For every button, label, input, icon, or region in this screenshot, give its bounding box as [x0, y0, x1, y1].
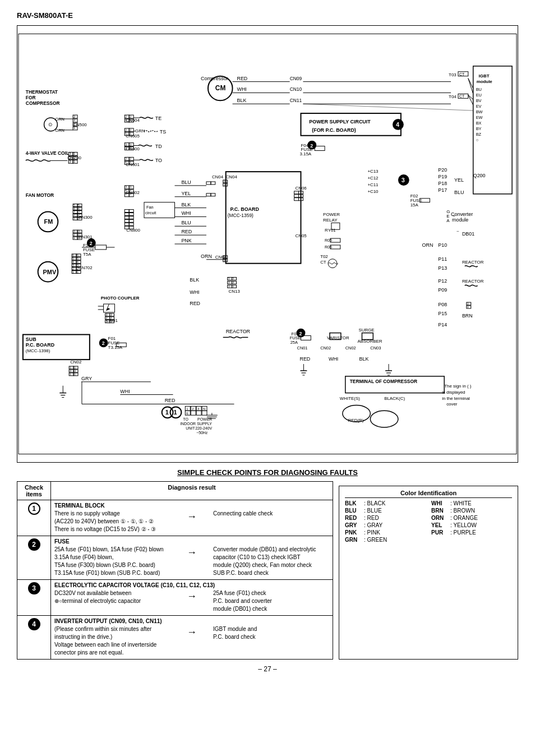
svg-text:TD: TD — [155, 144, 162, 149]
svg-text:GRN: GRN — [135, 128, 145, 133]
svg-rect-107 — [104, 304, 115, 312]
svg-text:4-WAY VALVE COIL: 4-WAY VALVE COIL — [26, 150, 69, 156]
svg-rect-332 — [294, 191, 299, 194]
svg-text:3: 3 — [78, 230, 80, 233]
svg-text:1: 1 — [467, 306, 469, 308]
svg-line-219 — [468, 79, 473, 94]
svg-text:3: 3 — [106, 314, 108, 316]
svg-text:CN03: CN03 — [370, 345, 381, 351]
svg-text:2: 2 — [72, 268, 74, 270]
svg-text:RY01: RY01 — [325, 228, 336, 233]
svg-text:CN02: CN02 — [320, 345, 331, 351]
svg-text:CT: CT — [459, 94, 465, 98]
svg-text:4: 4 — [77, 261, 79, 264]
page-number: – 27 – — [17, 665, 518, 673]
svg-text:E: E — [186, 412, 188, 415]
svg-text:VARISTOR: VARISTOR — [327, 335, 349, 340]
svg-rect-312 — [124, 213, 129, 215]
svg-text:5: 5 — [228, 277, 230, 280]
svg-text:1: 1 — [186, 407, 188, 411]
svg-text:TE: TE — [155, 116, 162, 121]
svg-text:3: 3 — [125, 144, 127, 146]
svg-point-448 — [370, 411, 398, 427]
svg-rect-311 — [124, 210, 129, 213]
svg-line-221 — [468, 95, 473, 105]
svg-text:FAN MOTOR: FAN MOTOR — [26, 192, 54, 198]
color-id-title: Color Identification — [345, 490, 512, 498]
svg-text:is displayed: is displayed — [442, 390, 465, 395]
svg-text:IGBT: IGBT — [479, 73, 490, 79]
svg-text:+C10: +C10 — [367, 189, 379, 194]
svg-rect-319 — [129, 216, 133, 219]
svg-text:DB01: DB01 — [462, 231, 474, 237]
svg-text:2: 2 — [73, 233, 75, 236]
svg-text:FOR: FOR — [26, 95, 36, 100]
color-item-ORN: ORN: ORANGE — [431, 515, 512, 521]
svg-text:A: A — [446, 218, 450, 223]
check-num-badge-2: 2 — [28, 538, 40, 551]
svg-text:BY: BY — [476, 126, 482, 131]
svg-text:3: 3 — [77, 264, 79, 267]
svg-text:(MCC-1359): (MCC-1359) — [228, 213, 253, 218]
svg-text:3.15A: 3.15A — [299, 151, 311, 156]
svg-text:3: 3 — [130, 147, 131, 150]
svg-text:INDOOR: INDOOR — [180, 422, 196, 426]
svg-text:P09: P09 — [438, 287, 447, 293]
svg-text:T02: T02 — [320, 254, 328, 259]
bottom-area: Check items Diagnosis result 1TERMINAL B… — [17, 481, 518, 660]
check-items-header: Check items — [17, 482, 51, 500]
svg-text:1: 1 — [74, 373, 76, 376]
svg-text:BLU: BLU — [454, 190, 464, 195]
svg-text:RED: RED — [299, 356, 310, 362]
svg-text:CN600: CN600 — [126, 146, 140, 151]
svg-text:SUPPLY: SUPPLY — [197, 422, 212, 426]
svg-text:EW: EW — [476, 115, 483, 120]
check-num-badge-3: 3 — [28, 582, 40, 594]
svg-text:BZ: BZ — [476, 132, 482, 137]
svg-text:P10: P10 — [438, 242, 447, 248]
svg-text:2: 2 — [73, 118, 75, 122]
svg-text:2: 2 — [125, 129, 127, 132]
svg-text:1: 1 — [73, 217, 75, 220]
svg-text:CN302: CN302 — [126, 190, 140, 195]
svg-text:220-240V: 220-240V — [195, 426, 212, 430]
svg-text:1: 1 — [224, 183, 225, 186]
svg-text:YEL: YEL — [181, 191, 191, 196]
svg-text:CN05: CN05 — [296, 233, 307, 238]
svg-text:TERMINAL OF COMPRESSOR: TERMINAL OF COMPRESSOR — [350, 379, 417, 384]
svg-text:THERMOSTAT: THERMOSTAT — [26, 89, 58, 95]
svg-text:BX: BX — [476, 121, 482, 126]
svg-line-220 — [468, 95, 473, 99]
svg-text:1: 1 — [125, 132, 127, 135]
svg-rect-306 — [206, 193, 211, 196]
svg-line-222 — [303, 104, 473, 110]
svg-text:3: 3 — [130, 144, 131, 146]
svg-text:4: 4 — [396, 121, 399, 128]
svg-text:1: 1 — [125, 161, 127, 164]
color-item-RED: RED: RED — [345, 515, 426, 521]
svg-text:TS: TS — [160, 129, 166, 135]
svg-rect-333 — [294, 195, 299, 197]
color-item-GRY: GRY: GRAY — [345, 522, 426, 528]
svg-text:3: 3 — [197, 407, 200, 411]
wiring-diagram: THERMOSTAT FOR COMPRESSOR ⊙ CN500 ORN OR… — [17, 25, 518, 463]
svg-text:5: 5 — [72, 257, 74, 260]
svg-text:3: 3 — [72, 264, 74, 267]
svg-text:○: ○ — [476, 137, 478, 142]
svg-text:CN04: CN04 — [226, 174, 238, 179]
svg-text:3: 3 — [233, 281, 234, 284]
svg-rect-314 — [124, 219, 129, 222]
check-num-badge-4: 4 — [28, 618, 40, 630]
svg-text:(MCC-1398): (MCC-1398) — [26, 348, 50, 353]
svg-text:PHOTO COUPLER: PHOTO COUPLER — [101, 296, 140, 301]
svg-text:P17: P17 — [438, 187, 447, 193]
svg-rect-165 — [191, 411, 196, 415]
svg-text:R05: R05 — [325, 238, 332, 242]
svg-text:15A: 15A — [411, 202, 419, 208]
svg-text:CT: CT — [459, 72, 465, 76]
svg-text:T3.15A: T3.15A — [108, 345, 123, 350]
svg-text:CN11: CN11 — [290, 98, 302, 103]
svg-text:RED(R): RED(R) — [348, 418, 364, 423]
check-row-2: 2FUSE25A fuse (F01) blown, 15A fuse (F02… — [17, 536, 333, 580]
svg-text:1: 1 — [130, 132, 131, 135]
